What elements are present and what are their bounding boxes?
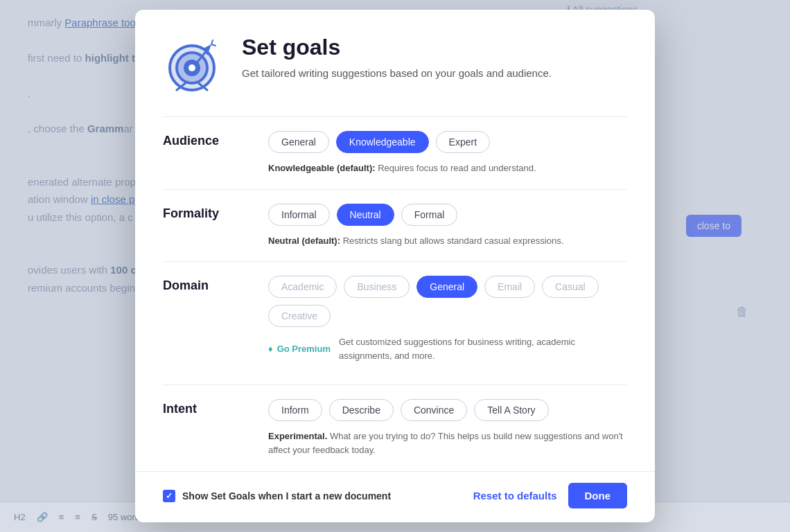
domain-academic-btn[interactable]: Academic bbox=[268, 276, 337, 298]
show-goals-checkbox[interactable] bbox=[163, 490, 175, 502]
domain-casual-btn[interactable]: Casual bbox=[542, 276, 599, 298]
domain-email-btn[interactable]: Email bbox=[484, 276, 535, 298]
intent-section-inner: Intent Inform Describe Convince Tell A S… bbox=[163, 384, 627, 470]
audience-label: Audience bbox=[163, 131, 246, 175]
intent-content: Inform Describe Convince Tell A Story Ex… bbox=[268, 399, 627, 456]
domain-premium-row: Academic Business General Email Casual C… bbox=[268, 276, 627, 327]
audience-desc: Knowledgeable (default): Requires focus … bbox=[268, 161, 627, 175]
domain-section-inner: Domain Academic Business General Email C… bbox=[163, 261, 627, 384]
intent-inform-btn[interactable]: Inform bbox=[268, 399, 322, 421]
domain-general-btn[interactable]: General bbox=[416, 276, 477, 298]
audience-general-btn[interactable]: General bbox=[268, 131, 329, 153]
intent-desc: Experimental. What are you trying to do?… bbox=[268, 429, 627, 456]
modal-subtitle: Get tailored writing suggestions based o… bbox=[242, 66, 552, 82]
set-goals-modal: Set goals Get tailored writing suggestio… bbox=[135, 10, 655, 522]
modal-title: Set goals bbox=[242, 35, 552, 60]
formality-btn-group: Informal Neutral Formal bbox=[268, 204, 627, 226]
intent-section: Intent Inform Describe Convince Tell A S… bbox=[163, 384, 627, 470]
formality-content: Informal Neutral Formal Neutral (default… bbox=[268, 204, 627, 248]
intent-btn-group: Inform Describe Convince Tell A Story bbox=[268, 399, 627, 421]
domain-section: Domain Academic Business General Email C… bbox=[163, 261, 627, 384]
formality-section-inner: Formality Informal Neutral Formal Neutra… bbox=[163, 189, 627, 262]
premium-badge[interactable]: ♦ Go Premium bbox=[268, 344, 331, 354]
audience-content: General Knowledgeable Expert Knowledgeab… bbox=[268, 131, 627, 175]
domain-business-btn[interactable]: Business bbox=[344, 276, 410, 298]
footer-left: Show Set Goals when I start a new docume… bbox=[163, 490, 391, 502]
intent-tell-story-btn[interactable]: Tell A Story bbox=[474, 399, 548, 421]
footer-checkbox-label: Show Set Goals when I start a new docume… bbox=[182, 490, 391, 502]
audience-btn-group: General Knowledgeable Expert bbox=[268, 131, 627, 153]
premium-badge-row: ♦ Go Premium Get customized suggestions … bbox=[268, 335, 627, 362]
intent-label: Intent bbox=[163, 399, 246, 456]
formality-formal-btn[interactable]: Formal bbox=[401, 204, 458, 226]
domain-desc: Get customized suggestions for business … bbox=[339, 335, 627, 362]
domain-creative-btn[interactable]: Creative bbox=[268, 305, 331, 327]
audience-section-inner: Audience General Knowledgeable Expert Kn… bbox=[163, 116, 627, 189]
modal-header: Set goals Get tailored writing suggestio… bbox=[163, 35, 627, 97]
target-icon bbox=[163, 35, 225, 97]
domain-btn-group: Academic Business General Email Casual C… bbox=[268, 276, 627, 327]
modal-title-area: Set goals Get tailored writing suggestio… bbox=[242, 35, 552, 82]
intent-describe-btn[interactable]: Describe bbox=[329, 399, 394, 421]
modal-body: Set goals Get tailored writing suggestio… bbox=[135, 10, 655, 471]
svg-line-9 bbox=[211, 44, 216, 46]
formality-section: Formality Informal Neutral Formal Neutra… bbox=[163, 189, 627, 262]
reset-defaults-button[interactable]: Reset to defaults bbox=[473, 490, 557, 502]
footer-right: Reset to defaults Done bbox=[473, 483, 627, 508]
formality-label: Formality bbox=[163, 204, 246, 248]
formality-desc: Neutral (default): Restricts slang but a… bbox=[268, 234, 627, 248]
formality-informal-btn[interactable]: Informal bbox=[268, 204, 330, 226]
audience-knowledgeable-btn[interactable]: Knowledgeable bbox=[336, 131, 429, 153]
premium-label: Go Premium bbox=[277, 344, 331, 354]
svg-point-5 bbox=[188, 64, 195, 71]
domain-content: Academic Business General Email Casual C… bbox=[268, 276, 627, 371]
diamond-icon: ♦ bbox=[268, 344, 273, 354]
domain-label: Domain bbox=[163, 276, 246, 371]
audience-expert-btn[interactable]: Expert bbox=[436, 131, 490, 153]
formality-neutral-btn[interactable]: Neutral bbox=[337, 204, 394, 226]
done-button[interactable]: Done bbox=[568, 483, 628, 508]
intent-convince-btn[interactable]: Convince bbox=[401, 399, 467, 421]
set-goals-link: Set Goals bbox=[211, 490, 256, 502]
modal-footer: Show Set Goals when I start a new docume… bbox=[135, 471, 655, 522]
modal-overlay: Set goals Get tailored writing suggestio… bbox=[0, 0, 790, 532]
audience-section: Audience General Knowledgeable Expert Kn… bbox=[163, 116, 627, 189]
